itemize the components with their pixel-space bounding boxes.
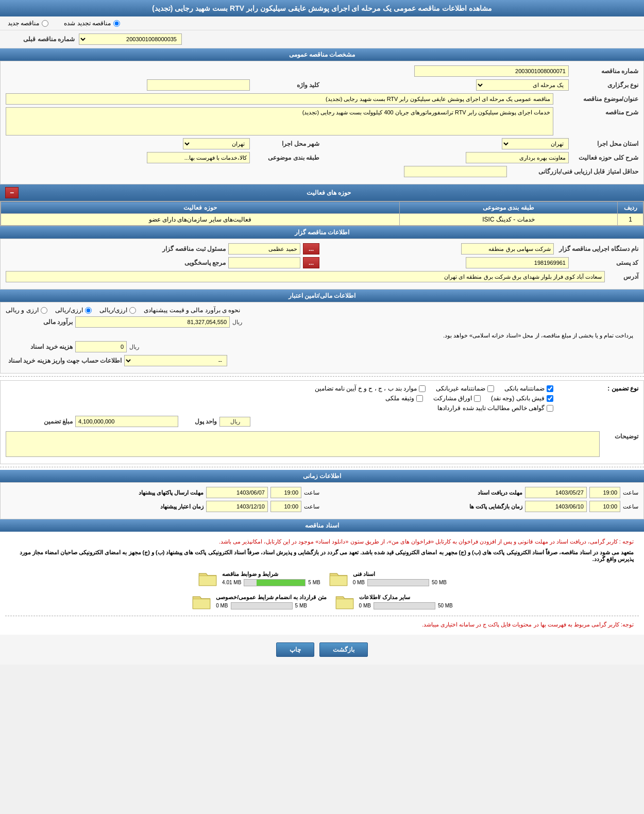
receive-time-input[interactable] bbox=[589, 487, 620, 498]
guarantee-desc-textarea[interactable] bbox=[6, 431, 600, 457]
reference-input[interactable] bbox=[228, 257, 300, 268]
guarantee-amount-input[interactable] bbox=[75, 416, 178, 427]
guarantee-type-label: نوع تضمین : bbox=[561, 385, 638, 392]
general-specs-section: مشخصات مناقصه عمومی شماره مناقصه نوع برگ… bbox=[0, 48, 644, 184]
guarantee-unit-label: واحد پول bbox=[181, 418, 217, 425]
validity-date-input[interactable] bbox=[206, 501, 268, 512]
account-label: اطلاعات حساب جهت واریز هزینه خرید اسناد bbox=[6, 357, 122, 364]
file-sharait-progress bbox=[244, 579, 306, 586]
radio-renew[interactable]: مناقصه تجدید شده bbox=[64, 20, 120, 27]
guarantee-item-gheirbanki[interactable]: ضمانتنامه غیربانکی bbox=[436, 385, 494, 392]
file-sayer-size: 0 MB bbox=[359, 603, 371, 608]
account-select[interactable]: -- bbox=[124, 355, 227, 366]
row-area: فعالیت‌های سایر سازمان‌های دارای عضو bbox=[1, 214, 400, 226]
guarantee-item-vasighe[interactable]: وثیقه ملکی bbox=[385, 395, 422, 402]
col-category-header: طبقه بندی موضوعی bbox=[399, 202, 617, 214]
responsible-input[interactable] bbox=[228, 243, 300, 255]
file-asnad-fani: اسناد فنی 0 MB 50 MB bbox=[328, 569, 447, 587]
category-input[interactable] bbox=[147, 152, 250, 163]
validity-time-input[interactable] bbox=[270, 501, 301, 512]
file-sayer-label: سایر مدارک /اطلاعات bbox=[359, 594, 410, 601]
address-input[interactable] bbox=[6, 271, 605, 282]
receive-date-input[interactable] bbox=[525, 487, 587, 498]
prev-tender-select[interactable]: 2003001008000035 bbox=[79, 33, 182, 45]
estimate-input[interactable] bbox=[75, 316, 230, 328]
timeline-header: اطلاعات زمانی bbox=[0, 470, 644, 482]
guarantee-section: نوع تضمین : ضمانتنامه بانکی ضمانتنامه غی… bbox=[0, 376, 644, 467]
send-deadline-label: مهلت ارسال پاکتهای پیشنهاد bbox=[139, 489, 204, 496]
send-time-label: ساعت bbox=[304, 489, 319, 496]
activity-section: حوزه های فعالیت − ردیف طبقه بندی موضوعی … bbox=[0, 184, 644, 226]
guarantee-item-awraq[interactable]: اوراق مشارکت bbox=[433, 395, 481, 402]
postal-input[interactable] bbox=[466, 257, 569, 268]
type-label: نوع برگزاری bbox=[571, 81, 638, 89]
file-gharardad-label: متن قرارداد به انضمام شرایط عمومی/خصوصی bbox=[216, 594, 326, 601]
folder-icon-gharardad bbox=[191, 592, 212, 610]
min-score-label: حداقل امتیاز قابل ارزیابی فنی/بازرگانی bbox=[510, 168, 638, 175]
activity-area-input[interactable] bbox=[466, 152, 569, 163]
print-button[interactable]: چاپ bbox=[276, 642, 314, 657]
file-gharardad-max: 5 MB bbox=[295, 603, 307, 608]
keyword-input[interactable] bbox=[147, 79, 250, 91]
open-time-input[interactable] bbox=[589, 501, 620, 512]
open-time-label: ساعت bbox=[623, 503, 638, 510]
folder-icon-fani bbox=[328, 569, 349, 587]
file-boxes-row1: اسناد فنی 0 MB 50 MB bbox=[5, 569, 639, 587]
activity-area-label: شرح کلی حوزه فعالیت bbox=[571, 154, 638, 161]
radio-new-input[interactable] bbox=[42, 20, 48, 27]
city-select[interactable]: تهران bbox=[183, 138, 250, 149]
guarantee-item-fish[interactable]: فیش بانکی (وجه نقد) bbox=[491, 395, 553, 402]
receive-time-label: ساعت bbox=[623, 489, 638, 496]
file-gharardad-size: 0 MB bbox=[216, 603, 228, 608]
radio-renew-input[interactable] bbox=[113, 20, 120, 27]
page-title: مشاهده اطلاعات مناقصه عمومی یک مرحله ای … bbox=[0, 0, 644, 16]
title-input[interactable] bbox=[6, 93, 553, 105]
file-fani-size: 0 MB bbox=[353, 580, 365, 585]
open-date-input[interactable] bbox=[525, 501, 587, 512]
back-button[interactable]: بازگشت bbox=[319, 642, 368, 657]
radio-rial[interactable]: ارزی و ریالی bbox=[6, 307, 47, 314]
financial-header: اطلاعات مالی/تامین اعتبار bbox=[0, 290, 644, 302]
guarantee-amount-label: مبلغ تضمین bbox=[6, 418, 73, 425]
radio-rial-riali[interactable]: ارزی/ریالی bbox=[55, 307, 92, 314]
organization-input[interactable] bbox=[461, 243, 554, 255]
organization-label: نام دستگاه اجرایی مناقصه گزار bbox=[556, 245, 638, 252]
radio-rial-toman[interactable]: ارزی/ریالی bbox=[99, 307, 136, 314]
receive-deadline-label: مهلت دریافت اسناد bbox=[478, 489, 522, 496]
table-row: 1 خدمات - کدینگ ISIC فعالیت‌های سایر ساز… bbox=[1, 214, 643, 226]
guarantee-item-gvahi[interactable]: گواهی خالص مطالبات تایید شده قراردادها bbox=[437, 404, 553, 412]
col-row-header: ردیف bbox=[618, 202, 643, 214]
purchase-cost-label: هزینه خرید اسناد bbox=[6, 343, 73, 350]
radio-new[interactable]: مناقصه جدید bbox=[8, 20, 48, 27]
open-label: زمان بازگشایی پاکت ها bbox=[469, 503, 522, 510]
file-sharait-label: شرایط و ضوابط مناقصه bbox=[222, 571, 278, 578]
guarantee-item-banki[interactable]: ضمانتنامه بانکی bbox=[504, 385, 553, 392]
file-gharardad: متن قرارداد به انضمام شرایط عمومی/خصوصی … bbox=[191, 592, 326, 610]
guarantee-item-movarad[interactable]: موارد بند ب ، ج ، ح و خ آیین نامه تضامین bbox=[315, 385, 426, 392]
reference-dots-btn[interactable]: ... bbox=[303, 257, 319, 268]
description-textarea[interactable]: خدمات اجرای پوشش سیلیکون رابر RTV ترانسف… bbox=[6, 107, 553, 135]
min-score-input[interactable] bbox=[404, 166, 507, 177]
province-label: استان محل اجرا bbox=[571, 140, 638, 147]
col-area-header: حوزه فعالیت bbox=[1, 202, 400, 214]
tender-number-input[interactable] bbox=[414, 65, 569, 77]
send-time-input[interactable] bbox=[270, 487, 301, 498]
activity-section-title: حوزه های فعالیت bbox=[19, 189, 639, 196]
title-label: عنوان/موضوع مناقصه bbox=[556, 95, 638, 103]
file-sayer: سایر مدارک /اطلاعات 0 MB 50 MB bbox=[334, 592, 453, 610]
folder-icon-sayer bbox=[334, 592, 355, 610]
timeline-section: اطلاعات زمانی ساعت مهلت دریافت اسناد ساع… bbox=[0, 470, 644, 519]
type-select[interactable]: یک مرحله ای bbox=[476, 79, 569, 91]
province-select[interactable]: تهران bbox=[502, 138, 569, 149]
purchase-cost-input[interactable] bbox=[75, 341, 127, 352]
remove-activity-btn[interactable]: − bbox=[5, 187, 19, 198]
asnad-section: اسناد مناقصه توجه : کاربر گرامی، دریافت … bbox=[0, 519, 644, 635]
validity-time-label: ساعت bbox=[304, 503, 319, 510]
row-num: 1 bbox=[618, 214, 643, 226]
responsible-dots-btn[interactable]: ... bbox=[303, 243, 319, 255]
tender-placer-section: اطلاعات مناقصه گزار نام دستگاه اجرایی من… bbox=[0, 226, 644, 290]
send-date-input[interactable] bbox=[206, 487, 268, 498]
category-label: طبقه بندی موضوعی bbox=[252, 154, 319, 161]
file-fani-label: اسناد فنی bbox=[353, 571, 375, 578]
asnad-header: اسناد مناقصه bbox=[0, 519, 644, 532]
